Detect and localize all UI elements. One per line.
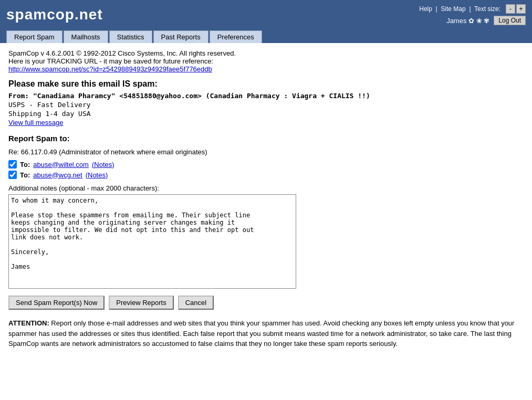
site-logo: spamcop.net [6,6,103,23]
text-size-controls: - + [506,4,526,14]
attention-bold: ATTENTION: [8,319,49,327]
tab-report-spam[interactable]: Report Spam [6,30,62,43]
username-text: James [446,17,466,25]
username-label: James ✿ ❀ ✾ [446,17,489,25]
button-row: Send Spam Report(s) Now Preview Reports … [8,296,524,310]
tab-preferences[interactable]: Preferences [210,30,262,43]
tab-statistics[interactable]: Statistics [109,30,152,43]
preview-reports-button[interactable]: Preview Reports [109,296,173,310]
textsize-increase-button[interactable]: + [516,4,526,14]
recipient-2-email[interactable]: abuse@wcg.net [33,171,82,179]
recipient-1-checkbox[interactable] [8,160,17,169]
attention-block: ATTENTION: Report only those e-mail addr… [8,318,524,349]
please-check-section: Please make sure this email IS spam: Fro… [8,79,524,134]
header: spamcop.net Help | Site Map | Text size:… [0,0,532,43]
tracking-line1: SpamCop v 4.6.2.001 © 1992-2012 Cisco Sy… [8,49,524,57]
re-line: Re: 66.117.0.49 (Administrator of networ… [8,148,524,156]
header-links: Help | Site Map | Text size: - + [419,4,526,14]
notes-textarea[interactable]: To whom it may concern, Please stop thes… [8,194,296,289]
view-full-message-link[interactable]: View full message [8,119,64,127]
recipient-2-notes-link[interactable]: (Notes) [86,171,108,179]
recipient-row-2: To: abuse@wcg.net (Notes) [8,171,524,179]
tracking-section: SpamCop v 4.6.2.001 © 1992-2012 Cisco Sy… [8,49,524,73]
recipient-1-email[interactable]: abuse@wiltel.com [33,161,89,169]
recipient-2-to-label: To: [20,171,30,179]
notes-label: Additional notes (optional - max 2000 ch… [8,184,524,192]
nav-tabs: Report Spam Mailhosts Statistics Past Re… [6,27,526,43]
spam-from-line: From: "Canadiana Pharamcy" <54851880@yah… [8,92,524,100]
report-spam-to-section: Report Spam to: Re: 66.117.0.49 (Adminis… [8,134,524,179]
sitemap-link[interactable]: Site Map [441,5,465,13]
tab-past-reports[interactable]: Past Reports [153,30,208,43]
logout-button[interactable]: Log Out [494,16,526,25]
recipient-1-to-label: To: [20,161,30,169]
textsize-decrease-button[interactable]: - [506,4,515,14]
please-check-heading: Please make sure this email IS spam: [8,79,524,89]
spam-usps-line: USPS - Fast Delivery [8,101,524,109]
user-icon: ✿ ❀ ✾ [468,17,489,25]
send-spam-report-button[interactable]: Send Spam Report(s) Now [8,296,105,310]
header-user: James ✿ ❀ ✾ Log Out [446,16,526,25]
tracking-line2: Here is your TRACKING URL - it may be sa… [8,57,524,65]
spam-shipping-line: Shipping 1-4 day USA [8,110,524,118]
attention-text: Report only those e-mail addresses and w… [8,319,514,348]
help-link[interactable]: Help [419,5,432,13]
tab-mailhosts[interactable]: Mailhosts [64,30,108,43]
report-spam-to-heading: Report Spam to: [8,134,524,143]
cancel-button[interactable]: Cancel [178,296,214,310]
recipient-1-notes-link[interactable]: (Notes) [92,161,114,169]
recipient-row-1: To: abuse@wiltel.com (Notes) [8,160,524,169]
main-content: SpamCop v 4.6.2.001 © 1992-2012 Cisco Sy… [0,43,532,355]
tracking-url[interactable]: http://www.spamcop.net/sc?id=z5429889493… [8,65,212,73]
spam-from-bold: From: "Canadiana Pharamcy" <54851880@yah… [8,92,370,100]
textsize-label: Text size: [474,5,500,13]
notes-section: Additional notes (optional - max 2000 ch… [8,184,524,290]
header-right: Help | Site Map | Text size: - + James ✿… [419,4,526,25]
recipient-2-checkbox[interactable] [8,171,17,179]
